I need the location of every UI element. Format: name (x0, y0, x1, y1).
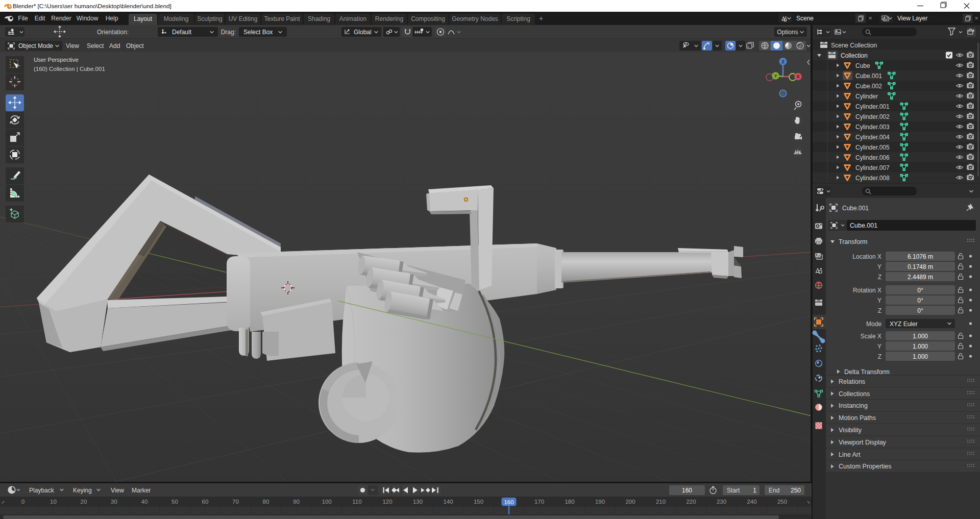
svg-text:User Perspective: User Perspective (34, 57, 79, 63)
svg-text:2.4489 m: 2.4489 m (908, 274, 933, 281)
svg-text:Select Box: Select Box (243, 29, 273, 36)
svg-text:6.1076 m: 6.1076 m (908, 253, 933, 260)
svg-text:1: 1 (753, 487, 756, 494)
svg-text:Transform: Transform (839, 238, 868, 245)
svg-text:140: 140 (443, 499, 453, 505)
svg-text:Cylinder.005: Cylinder.005 (855, 144, 890, 151)
svg-text:40: 40 (141, 499, 148, 505)
svg-text:Cube.001: Cube.001 (850, 222, 877, 229)
svg-text:210: 210 (656, 499, 666, 505)
svg-text:Cylinder.006: Cylinder.006 (855, 154, 890, 161)
svg-text:130: 130 (413, 499, 423, 505)
svg-text:150: 150 (474, 499, 483, 505)
svg-text:Help: Help (106, 15, 118, 22)
svg-text:Cylinder.008: Cylinder.008 (855, 175, 890, 182)
svg-text:160: 160 (682, 487, 692, 494)
svg-text:X: X (797, 74, 800, 79)
svg-text:Drag:: Drag: (221, 29, 236, 36)
svg-text:Y: Y (774, 73, 777, 79)
svg-text:×: × (868, 14, 872, 22)
svg-text:0: 0 (21, 499, 24, 505)
svg-text:Z: Z (781, 59, 784, 64)
svg-text:Cube: Cube (855, 62, 870, 69)
svg-text:Cylinder.001: Cylinder.001 (855, 103, 890, 110)
svg-text:Cylinder.007: Cylinder.007 (855, 164, 890, 171)
svg-text:0°: 0° (917, 307, 923, 314)
svg-text:End: End (769, 487, 779, 494)
svg-text:Relations: Relations (839, 378, 865, 385)
svg-text:1.000: 1.000 (913, 333, 928, 340)
svg-text:10: 10 (50, 499, 57, 505)
svg-text:Marker: Marker (132, 487, 151, 494)
svg-text:+: + (539, 14, 543, 22)
svg-text:Scene Collection: Scene Collection (831, 42, 877, 49)
svg-text:Rendering: Rendering (375, 15, 403, 22)
svg-text:Rotation X: Rotation X (853, 287, 881, 294)
svg-text:0°: 0° (917, 297, 923, 304)
svg-text:Cylinder.003: Cylinder.003 (855, 123, 890, 131)
svg-text:Render: Render (51, 15, 71, 22)
svg-text:Motion Paths: Motion Paths (839, 414, 876, 422)
svg-text:Window: Window (77, 15, 99, 22)
svg-text:180: 180 (565, 499, 574, 505)
svg-text:×: × (974, 14, 978, 22)
svg-text:Z: Z (878, 307, 881, 314)
svg-text:Add: Add (109, 42, 120, 50)
svg-text:0.1748 m: 0.1748 m (908, 263, 933, 270)
svg-text:View: View (111, 487, 124, 494)
svg-text:70: 70 (232, 499, 239, 505)
svg-text:90: 90 (293, 499, 300, 505)
svg-text:Delta Transform: Delta Transform (844, 368, 890, 376)
svg-text:Object: Object (126, 42, 144, 50)
svg-text:Blender* [C:\Users\ser humano\: Blender* [C:\Users\ser humano\Desktop\bl… (13, 3, 172, 10)
svg-text:170: 170 (534, 499, 544, 505)
svg-text:220: 220 (686, 499, 696, 505)
svg-text:Animation: Animation (339, 15, 366, 22)
svg-text:Modeling: Modeling (164, 15, 189, 22)
svg-text:Instancing: Instancing (839, 402, 868, 409)
svg-text:Global: Global (354, 29, 372, 36)
svg-text:Scene: Scene (796, 15, 814, 22)
svg-text:Orientation:: Orientation: (97, 29, 129, 36)
svg-text:Keying: Keying (73, 487, 92, 494)
svg-text:120: 120 (382, 499, 392, 505)
svg-text:100: 100 (322, 499, 331, 505)
svg-text:230: 230 (717, 499, 726, 505)
svg-text:Cylinder: Cylinder (855, 93, 878, 100)
svg-text:XYZ Euler: XYZ Euler (890, 320, 918, 328)
svg-text:Z: Z (878, 274, 881, 281)
svg-text:Y: Y (877, 263, 881, 270)
svg-text:250: 250 (791, 487, 801, 494)
svg-text:File: File (18, 15, 28, 22)
svg-text:Cube.002: Cube.002 (855, 83, 882, 90)
svg-text:View Layer: View Layer (897, 15, 927, 22)
svg-text:60: 60 (202, 499, 209, 505)
svg-text:Default: Default (172, 29, 192, 36)
svg-text:200: 200 (625, 499, 635, 505)
svg-text:Line Art: Line Art (839, 451, 861, 458)
svg-text:Viewport Display: Viewport Display (839, 439, 887, 446)
svg-text:Y: Y (877, 343, 881, 350)
svg-text:Texture Paint: Texture Paint (264, 15, 300, 22)
svg-text:1.000: 1.000 (913, 353, 928, 360)
svg-text:110: 110 (352, 499, 361, 505)
svg-text:Cube.001: Cube.001 (842, 205, 869, 212)
svg-text:Playback: Playback (29, 487, 55, 494)
svg-text:UV Editing: UV Editing (229, 15, 258, 22)
svg-text:Layout: Layout (134, 15, 153, 22)
svg-text:30: 30 (111, 499, 117, 505)
svg-text:Shading: Shading (308, 15, 330, 22)
svg-text:50: 50 (172, 499, 178, 505)
svg-text:Options: Options (777, 29, 798, 36)
svg-text:Object Mode: Object Mode (18, 42, 53, 50)
svg-text:20: 20 (81, 499, 87, 505)
svg-text:Visibility: Visibility (839, 427, 862, 434)
svg-text:Location X: Location X (852, 253, 881, 260)
svg-text:Collection: Collection (841, 52, 868, 59)
svg-text:Z: Z (878, 353, 881, 360)
svg-text:Compositing: Compositing (411, 15, 445, 22)
svg-text:Cylinder.004: Cylinder.004 (855, 134, 890, 141)
svg-text:190: 190 (595, 499, 605, 505)
svg-text:Cube.001: Cube.001 (855, 72, 882, 80)
svg-text:(160) Collection | Cube.001: (160) Collection | Cube.001 (34, 66, 105, 72)
